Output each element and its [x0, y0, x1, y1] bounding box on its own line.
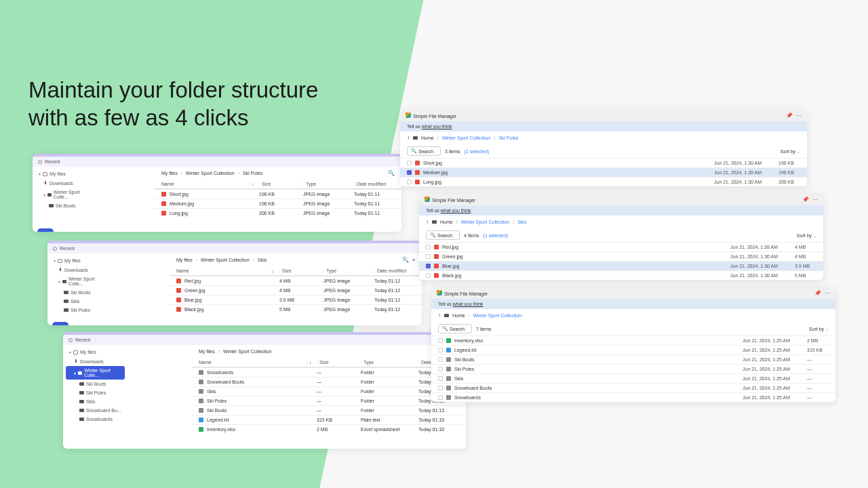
- checkbox[interactable]: [438, 376, 443, 381]
- sidebar-snowboardboots[interactable]: Snowboard Bo...: [66, 406, 125, 415]
- sidebar-wsc-active[interactable]: ▾Winter Sport Colle...: [66, 366, 125, 380]
- pin-icon[interactable]: 📌: [814, 290, 821, 296]
- file-size: 315 KB: [317, 418, 357, 422]
- search-icon[interactable]: 🔍: [402, 257, 409, 263]
- file-row[interactable]: Short.jpg Jun 21, 2024, 1:30 AM 190 KB: [400, 158, 807, 167]
- checkbox[interactable]: [426, 245, 431, 249]
- file-row[interactable]: Medium.jpg Jun 21, 2024, 1:30 AM 190 KB: [400, 167, 807, 177]
- file-row[interactable]: Long.jpg Jun 21, 2024, 1:30 AM 200 KB: [400, 177, 807, 186]
- sort-by[interactable]: Sort by ⌄: [781, 149, 800, 154]
- search-input[interactable]: 🔍Search: [438, 324, 472, 333]
- file-row[interactable]: Red.jpg 4 MB JPEG image Today 01:12: [170, 276, 422, 285]
- pin-icon[interactable]: 📌: [802, 197, 809, 203]
- search-icon[interactable]: 🔍: [388, 170, 395, 176]
- checkbox[interactable]: [426, 254, 431, 259]
- crumb[interactable]: My files: [161, 171, 178, 176]
- checkbox[interactable]: [438, 367, 443, 371]
- sort-by[interactable]: Sort by ⌄: [797, 233, 816, 238]
- more-icon[interactable]: ⋯: [796, 113, 802, 119]
- sidebar-skiboots[interactable]: Ski Boots: [66, 380, 125, 388]
- file-row[interactable]: Inventory.xlsx Jun 21, 2024, 1:25 AM 2 M…: [431, 336, 835, 345]
- pin-icon[interactable]: 📌: [786, 113, 793, 119]
- file-row[interactable]: Black.jpg 5 MB JPEG image Today 01:12: [170, 304, 422, 314]
- file-row[interactable]: Blue.jpg 3.9 MB JPEG image Today 01:12: [170, 295, 422, 304]
- sort-by[interactable]: Sort by ⌄: [809, 327, 829, 331]
- sidebar-myfiles[interactable]: ▾My files: [35, 169, 91, 178]
- file-icon: [199, 370, 203, 375]
- file-size: 4 MB: [279, 288, 320, 293]
- file-row[interactable]: Short.jpg 190 KB JPEG image Today 01:11: [155, 189, 401, 199]
- file-row[interactable]: Ski Poles — Folder Today 01:13: [192, 396, 466, 405]
- recent-label: Recent: [45, 159, 60, 164]
- file-date: Jun 21, 2024, 1:30 AM: [730, 264, 791, 268]
- checkbox[interactable]: [438, 338, 443, 343]
- file-type: Folder: [361, 408, 415, 413]
- file-row[interactable]: Green.jpg Jun 21, 2024, 1:30 AM 4 MB: [419, 251, 823, 261]
- file-row[interactable]: Skis Jun 21, 2024, 1:25 AM —: [431, 373, 835, 383]
- sidebar-wsc[interactable]: ▾Winter Sport Colle...: [50, 274, 106, 288]
- file-row[interactable]: Long.jpg 200 KB JPEG image Today 01:11: [155, 208, 401, 218]
- file-row[interactable]: Red.jpg Jun 21, 2024, 1:28 AM 4 MB: [419, 242, 823, 251]
- up-icon[interactable]: ↑: [438, 312, 441, 319]
- app-title: Simple File Manager: [413, 114, 456, 119]
- checkbox[interactable]: [407, 161, 412, 165]
- feedback-link[interactable]: what you think: [453, 302, 484, 306]
- checkbox[interactable]: [426, 273, 431, 278]
- file-row[interactable]: Snowboard Boots Jun 21, 2024, 1:25 AM —: [431, 383, 835, 392]
- more-icon[interactable]: ⋯: [825, 290, 830, 296]
- breadcrumb: My files› Winter Sport Collection› Ski P…: [155, 167, 401, 180]
- more-icon[interactable]: ⋯: [812, 197, 818, 203]
- crumb[interactable]: Winter Sport Collection: [186, 171, 235, 176]
- file-row[interactable]: Medium.jpg 190 KB JPEG image Today 01:11: [155, 199, 401, 208]
- checkbox[interactable]: [407, 180, 412, 184]
- file-row[interactable]: Blue.jpg Jun 21, 2024, 1:30 AM 3.9 MB: [419, 261, 823, 270]
- up-icon[interactable]: ↑: [407, 135, 410, 141]
- os-recent-header[interactable]: Recent: [63, 335, 466, 345]
- sidebar-skis[interactable]: Skis: [50, 297, 106, 306]
- checkbox[interactable]: [438, 395, 443, 400]
- checkbox[interactable]: [407, 170, 412, 175]
- os-recent-header[interactable]: Recent: [33, 157, 401, 167]
- file-row[interactable]: Legend.txt Jun 21, 2024, 1:25 AM 315 KB: [431, 345, 835, 354]
- sidebar-wsc[interactable]: ▾Winter Sport Colle...: [35, 188, 91, 201]
- sidebar-skis[interactable]: Skis: [66, 397, 125, 406]
- file-row[interactable]: Snowboard Boots — Folder Today 01:13: [192, 377, 466, 386]
- sidebar-skiboots[interactable]: Ski Boots: [35, 201, 91, 210]
- checkbox[interactable]: [426, 264, 431, 268]
- sidebar-myfiles[interactable]: ▾My files: [66, 348, 125, 357]
- file-row[interactable]: Snowboards — Folder Today 01:13: [192, 367, 466, 377]
- file-row[interactable]: Legend.txt 315 KB Plain text Today 01:10: [192, 415, 466, 424]
- sidebar-skipoles[interactable]: Ski Poles: [50, 306, 106, 314]
- up-icon[interactable]: ↑: [426, 219, 429, 225]
- checkbox[interactable]: [438, 386, 443, 390]
- sidebar-downloads[interactable]: ⬇Downloads: [50, 265, 106, 274]
- file-row[interactable]: Ski Boots — Folder Today 01:13: [192, 405, 466, 415]
- sidebar-snowboards[interactable]: Snowboards: [66, 415, 125, 424]
- file-icon: [434, 245, 439, 249]
- file-icon: [415, 180, 420, 184]
- sidebar-skipoles[interactable]: Ski Poles: [66, 388, 125, 397]
- search-input[interactable]: 🔍Search: [407, 146, 441, 156]
- menu-icon[interactable]: ≡: [412, 258, 415, 262]
- file-icon: [446, 357, 451, 362]
- search-input[interactable]: 🔍Search: [426, 230, 460, 240]
- os-recent-header[interactable]: Recent: [47, 243, 422, 253]
- file-row[interactable]: Ski Boots Jun 21, 2024, 1:25 AM —: [431, 354, 835, 364]
- file-date: Today 01:12: [374, 288, 415, 293]
- feedback-link[interactable]: what you think: [441, 208, 471, 213]
- sidebar-skiboots[interactable]: Ski Boots: [50, 288, 106, 297]
- checkbox[interactable]: [438, 357, 443, 362]
- file-row[interactable]: Skis — Folder Today 01:13: [192, 386, 466, 396]
- file-row[interactable]: Black.jpg Jun 21, 2024, 1:30 AM 5 MB: [419, 270, 823, 280]
- file-row[interactable]: Green.jpg 4 MB JPEG image Today 01:12: [170, 285, 422, 295]
- file-type: JPEG image: [303, 211, 351, 216]
- file-row[interactable]: Snowboards Jun 21, 2024, 1:25 AM —: [431, 392, 835, 402]
- sidebar-myfiles[interactable]: ▾My files: [50, 256, 106, 265]
- file-row[interactable]: Inventory.xlsx 2 MB Excel spreadsheet To…: [192, 424, 466, 434]
- sidebar-downloads[interactable]: ⬇Downloads: [35, 178, 91, 188]
- sidebar-downloads[interactable]: ⬇Downloads: [66, 357, 125, 366]
- file-row[interactable]: Ski Poles Jun 21, 2024, 1:25 AM —: [431, 364, 835, 373]
- feedback-link[interactable]: what you think: [422, 124, 452, 129]
- selected-count: (1 selected): [465, 149, 490, 154]
- checkbox[interactable]: [438, 348, 443, 352]
